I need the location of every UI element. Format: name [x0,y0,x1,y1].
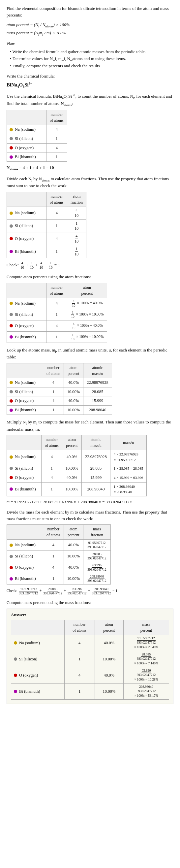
table-mass-computation: numberof atoms atompercent atomicmass/u … [7,435,147,496]
table-row: Na (sodium) 4 40.0% 91.95907712393.02047… [11,635,169,651]
dot-o-3 [9,324,13,328]
table-row: Bi (bismuth) 1 10.00% 208.98040393.02047… [7,573,111,585]
table-atoms-1: numberof atoms Na (sodium) 4 Si (silicon… [7,110,67,162]
dot-na-3 [9,302,13,305]
atom-percent-text: Compute atom percents using the atom fra… [7,274,173,280]
divide-mass-text: Divide the mass for each element by m to… [7,509,173,522]
dot-si [9,137,13,140]
dot-na-5 [9,456,13,459]
natoms-equation: Natoms = 4 + 1 + 4 + 1 = 10 [7,164,173,172]
table-row: Si (silicon) 1 110 [7,219,86,232]
dot-si-2 [9,224,13,228]
dot-na-2 [9,212,13,215]
table-row: Bi (bismuth) 1 110 × 100% = 10.00% [7,331,107,343]
dot-si-5 [9,467,13,470]
dot-o-4 [9,399,13,403]
dot-na [9,128,13,131]
answer-label: Answer: [11,612,169,618]
plan-step-1: • Write the chemical formula and gather … [7,49,173,55]
table-row: Na (sodium) 4 40.0% 22.98976928 4 × 22.9… [7,450,147,464]
dot-na-7 [14,641,17,645]
table-row: Bi (bismuth) 1 10.00% 208.98040 [7,406,112,415]
formulas-block: atom percent = (Ni / Natoms) × 100% mass… [7,22,173,37]
table-row: O (oxygen) 4 40.0% 63.996393.02047712× 1… [11,667,169,683]
multiply-text: Multiply Ni by mi to compute the mass fo… [7,419,173,432]
table-answer: numberof atoms atompercent masspercent N… [11,620,169,700]
table-atom-fractions: numberof atoms atomfraction Na (sodium) … [7,192,86,258]
lookup-text: Look up the atomic mass, mi, in unified … [7,347,173,361]
m-equation: m = 91.95907712 u + 28.085 u + 63.996 u … [7,499,173,505]
table-row: Si (silicon) 1 10.00% 28.085 1 × 28.085 … [7,464,147,473]
plan-step-3: • Finally, compute the percents and chec… [7,63,173,69]
chemical-formula-display: BiNa4O8Si3+ [7,81,173,89]
dot-si-3 [9,313,13,316]
table-row: O (oxygen) 4 410 [7,232,86,245]
dot-o-5 [9,476,13,479]
dot-na-4 [9,381,13,384]
dot-bi-3 [9,335,13,339]
dot-si-7 [14,657,17,661]
dot-o-6 [9,566,13,569]
plan-section: Plan: • Write the chemical formula and g… [7,40,173,69]
table-row: Bi (bismuth) 1 10.00% 208.98040 1 × 208.… [7,482,147,496]
table-row: Bi (bismuth) 1 [7,153,67,162]
check-1: Check: 410 + 110 + 410 + 110 = 1 [7,261,173,270]
dot-o-7 [14,674,17,677]
dot-bi [9,155,13,159]
dot-si-4 [9,390,13,394]
mass-percent-text: Compute mass percents using the mass fra… [7,599,173,606]
dot-bi-6 [9,577,13,581]
table-row: O (oxygen) 4 40.0% 15.999 [7,396,112,406]
dot-si-6 [9,555,13,558]
dot-o-2 [9,237,13,240]
plan-step-2: • Determine values for N_i, m_i, N_atoms… [7,56,173,62]
dot-bi-2 [9,250,13,253]
divide-text: Divide each Ni by Natoms to calculate at… [7,176,173,189]
table-row: Na (sodium) 4 410 × 100% = 40.0% [7,298,107,309]
table-atom-percents: numberof atoms atompercent Na (sodium) 4… [7,283,107,343]
table-row: O (oxygen) 4 [7,143,67,153]
table-row: Na (sodium) 4 410 [7,207,86,219]
table-row: Bi (bismuth) 1 110 [7,245,86,258]
table-row: Si (silicon) 1 10.00% 28.085393.02047712 [7,551,111,562]
table-row: Bi (bismuth) 1 10.00% 208.98040393.02047… [11,683,169,700]
intro-text: Find the elemental composition for bismu… [7,5,173,18]
table-mass-fractions: numberof atoms atompercent massfraction … [7,524,111,585]
dot-na-6 [9,544,13,547]
check-2: Check: 91.95907712393.02047712 + 28.0853… [7,587,173,595]
table-row: Si (silicon) 1 [7,134,67,143]
table-row: Si (silicon) 1 10.00% 28.085393.02047712… [11,651,169,667]
answer-box: Answer: numberof atoms atompercent massp… [7,609,173,704]
use-formula-section: Use the chemical formula, BiNa4O8Si3+, t… [7,92,173,107]
table-row: Na (sodium) 4 [7,125,67,134]
table-row: Na (sodium) 4 40.0% 91.95907712393.02047… [7,539,111,551]
table-row: Si (silicon) 1 110 × 100% = 10.00% [7,309,107,320]
table-row: O (oxygen) 4 40.0% 15.999 4 × 15.999 = 6… [7,473,147,482]
dot-o [9,146,13,150]
dot-bi-7 [14,690,17,693]
dot-bi-4 [9,409,13,412]
table-row: O (oxygen) 4 40.0% 63.996393.02047712 [7,562,111,573]
table-row: Na (sodium) 4 40.0% 22.98976928 [7,378,112,387]
chemical-formula-section: Write the chemical formula: BiNa4O8Si3+ [7,73,173,89]
table-atomic-masses: numberof atoms atompercent atomicmass/u … [7,363,112,415]
dot-bi-5 [9,488,13,491]
table-row: O (oxygen) 4 410 × 100% = 40.0% [7,320,107,331]
table-row: Si (silicon) 1 10.00% 28.085 [7,387,112,396]
